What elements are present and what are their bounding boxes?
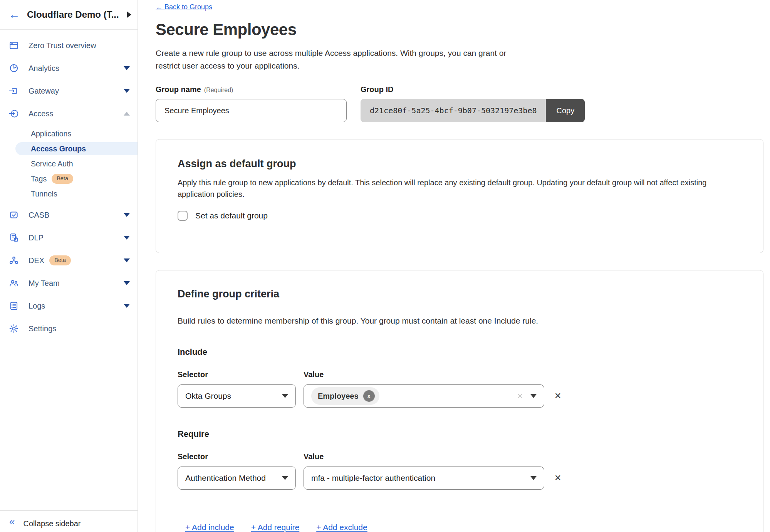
require-selector-dropdown[interactable]: Authentication Method	[178, 467, 296, 490]
account-title: Cloudflare Demo (T...	[27, 9, 127, 20]
chevron-down-icon	[124, 304, 130, 308]
require-selector-value: Authentication Method	[185, 473, 266, 483]
delete-include-rule-icon[interactable]: ✕	[554, 391, 561, 401]
sidebar: ← Cloudflare Demo (T... Zero Trust overv…	[0, 0, 138, 532]
selector-label: Selector	[178, 452, 304, 461]
value-chip: Employees x	[311, 387, 379, 405]
sidebar-item-dlp[interactable]: DLP	[0, 228, 138, 247]
back-to-groups-link[interactable]: ← Back to Groups	[156, 3, 212, 11]
require-rule-row: Authentication Method mfa - multiple-fac…	[178, 467, 741, 490]
sidebar-item-dex[interactable]: DEX Beta	[0, 251, 138, 270]
add-include-link[interactable]: + Add include	[185, 523, 234, 532]
dlp-icon	[9, 233, 19, 243]
browser-window-icon	[9, 40, 19, 50]
group-id-field-group: Group ID d21ce80f-5a25-4bcf-9b07-5032197…	[361, 85, 585, 122]
chevron-down-icon	[124, 258, 130, 262]
chevron-down-icon	[530, 394, 537, 398]
set-default-group-label: Set as default group	[195, 211, 268, 220]
chip-remove-icon[interactable]: x	[363, 390, 375, 402]
gear-icon	[9, 324, 19, 334]
sidebar-item-label: Logs	[29, 302, 45, 310]
value-chip-label: Employees	[318, 392, 359, 401]
chevron-down-icon	[282, 394, 288, 398]
sidebar-item-analytics[interactable]: Analytics	[0, 59, 138, 77]
sidebar-subitem-label: Service Auth	[31, 159, 73, 168]
copy-button[interactable]: Copy	[546, 99, 585, 122]
sidebar-item-service-auth[interactable]: Service Auth	[0, 157, 138, 170]
page-title: Secure Employees	[156, 20, 763, 39]
access-arrow-icon	[9, 109, 19, 119]
add-require-link[interactable]: + Add require	[251, 523, 300, 532]
sidebar-item-settings[interactable]: Settings	[0, 319, 138, 338]
sidebar-item-label: Access	[29, 109, 53, 118]
page-description: Create a new rule group to use across mu…	[156, 47, 525, 72]
include-selector-value: Okta Groups	[185, 391, 231, 401]
expand-right-icon[interactable]	[127, 12, 131, 18]
back-arrow-icon[interactable]: ←	[8, 9, 20, 20]
include-value-multiselect[interactable]: Employees x ×	[304, 384, 544, 408]
sidebar-item-label: My Team	[29, 279, 60, 288]
group-name-id-row: Group name (Required) Group ID d21ce80f-…	[156, 85, 763, 122]
clear-value-icon[interactable]: ×	[517, 391, 523, 401]
set-default-group-checkbox[interactable]	[178, 211, 188, 221]
sidebar-header: ← Cloudflare Demo (T...	[0, 0, 138, 30]
sidebar-item-label: Gateway	[29, 87, 59, 96]
sidebar-subitem-label: Tags	[31, 175, 47, 183]
collapse-sidebar-button[interactable]: « Collapse sidebar	[0, 510, 138, 532]
sidebar-item-zero-trust-overview[interactable]: Zero Trust overview	[0, 36, 138, 55]
add-rule-links-row: + Add include + Add require + Add exclud…	[185, 523, 741, 532]
group-id-label: Group ID	[361, 85, 394, 94]
card-title: Assign as default group	[178, 158, 741, 170]
beta-badge: Beta	[52, 174, 73, 183]
required-hint: (Required)	[204, 87, 233, 94]
sidebar-subitem-label: Tunnels	[31, 190, 57, 198]
sidebar-nav: Zero Trust overview Analytics Gateway Ac…	[0, 30, 138, 338]
chevron-down-icon	[124, 89, 130, 93]
group-name-label: Group name	[156, 85, 201, 94]
sidebar-item-casb[interactable]: CASB	[0, 206, 138, 224]
assign-default-group-card: Assign as default group Apply this rule …	[156, 139, 763, 253]
sidebar-item-tunnels[interactable]: Tunnels	[0, 187, 138, 200]
chevron-down-icon	[282, 476, 288, 480]
casb-icon	[9, 210, 19, 220]
sidebar-item-label: Zero Trust overview	[29, 41, 96, 50]
include-labels-row: Selector Value	[178, 370, 741, 379]
delete-require-rule-icon[interactable]: ✕	[554, 473, 561, 483]
sidebar-subitem-label: Access Groups	[31, 144, 86, 153]
sidebar-item-label: Analytics	[29, 64, 59, 73]
define-group-criteria-card: Define group criteria Build rules to det…	[156, 270, 763, 532]
sidebar-item-tags[interactable]: Tags Beta	[0, 172, 138, 185]
sidebar-item-label: Settings	[29, 324, 56, 333]
chevron-down-icon	[124, 281, 130, 285]
card-description: Build rules to determine membership of t…	[178, 316, 741, 326]
chevron-down-icon	[530, 476, 537, 480]
sidebar-item-applications[interactable]: Applications	[0, 127, 138, 140]
sidebar-item-access-groups[interactable]: Access Groups	[15, 142, 138, 155]
group-id-value: d21ce80f-5a25-4bcf-9b07-5032197e3be8	[361, 99, 546, 122]
selector-label: Selector	[178, 370, 304, 379]
value-label: Value	[304, 452, 324, 461]
require-value-text: mfa - multiple-factor authentication	[311, 473, 435, 483]
chevron-down-icon	[124, 213, 130, 217]
sidebar-item-logs[interactable]: Logs	[0, 297, 138, 315]
set-default-group-row: Set as default group	[178, 211, 741, 221]
add-exclude-link[interactable]: + Add exclude	[316, 523, 367, 532]
sidebar-item-gateway[interactable]: Gateway	[0, 82, 138, 100]
sidebar-item-my-team[interactable]: My Team	[0, 274, 138, 292]
require-labels-row: Selector Value	[178, 452, 741, 461]
logs-icon	[9, 301, 19, 311]
group-name-input[interactable]	[156, 99, 347, 122]
card-title: Define group criteria	[178, 288, 741, 300]
group-name-field-group: Group name (Required)	[156, 85, 347, 122]
card-description: Apply this rule group to new application…	[178, 177, 729, 200]
include-heading: Include	[178, 347, 741, 357]
sidebar-subitem-label: Applications	[31, 129, 71, 138]
include-selector-dropdown[interactable]: Okta Groups	[178, 384, 296, 408]
collapse-sidebar-label: Collapse sidebar	[23, 519, 81, 528]
main-content: ← Back to Groups Secure Employees Create…	[138, 0, 770, 532]
value-label: Value	[304, 370, 324, 379]
team-icon	[9, 278, 19, 288]
collapse-chevrons-icon: «	[9, 517, 15, 527]
sidebar-item-access[interactable]: Access	[0, 104, 138, 123]
require-value-dropdown[interactable]: mfa - multiple-factor authentication	[304, 467, 544, 490]
